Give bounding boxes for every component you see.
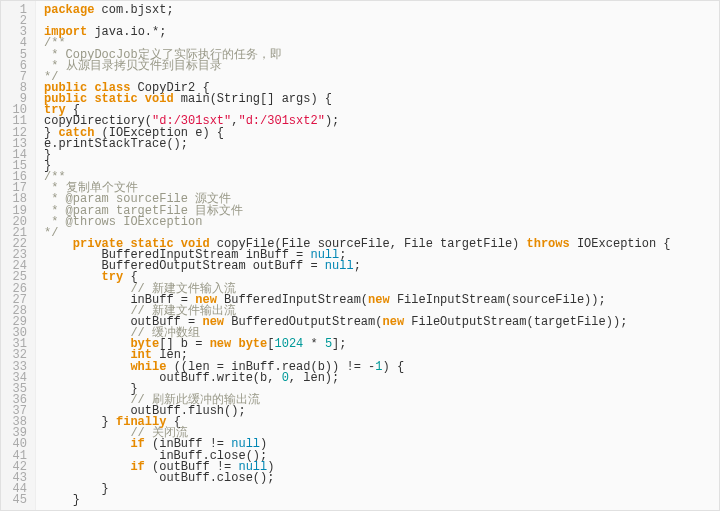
code-token: BufferedOutputStream( <box>224 315 382 329</box>
code-token: ); <box>325 114 339 128</box>
code-token: java.io.*; <box>87 25 166 39</box>
code-token: * 从源目录拷贝文件到目标目录 <box>44 59 222 73</box>
code-line: * @throws IOException <box>44 217 711 228</box>
code-line: BufferedOutputStream outBuff = null; <box>44 261 711 272</box>
code-token: byte <box>238 337 267 351</box>
code-line: } <box>44 150 711 161</box>
code-line: outBuff.write(b, 0, len); <box>44 373 711 384</box>
code-token: new <box>368 293 390 307</box>
code-token: , len); <box>289 371 339 385</box>
code-token: main(String[] args) { <box>174 92 332 106</box>
code-line: } <box>44 161 711 172</box>
code-token: new <box>382 315 404 329</box>
code-line: } <box>44 495 711 506</box>
code-token: * <box>303 337 325 351</box>
code-token: ; <box>354 259 361 273</box>
code-line: * 从源目录拷贝文件到目标目录 <box>44 61 711 72</box>
code-token: 1024 <box>274 337 303 351</box>
code-content: package com.bjsxt; import java.io.*;/** … <box>36 1 719 510</box>
code-token: new <box>202 315 224 329</box>
code-token: ]; <box>332 337 346 351</box>
code-token: } <box>44 493 80 507</box>
code-token: ) { <box>382 360 404 374</box>
code-token: package <box>44 3 94 17</box>
line-number-gutter: 1234567891011121314151617181920212223242… <box>1 1 36 510</box>
code-token: "d:/301sxt2" <box>238 114 324 128</box>
code-line: e.printStackTrace(); <box>44 139 711 150</box>
code-line: outBuff.close(); <box>44 473 711 484</box>
code-token: * @throws IOException <box>44 215 202 229</box>
code-token: FileInputStream(sourceFile)); <box>390 293 606 307</box>
code-token: e.printStackTrace(); <box>44 137 188 151</box>
code-token: throws <box>527 237 570 251</box>
code-line: public static void main(String[] args) { <box>44 94 711 105</box>
code-token: BufferedInputStream( <box>217 293 368 307</box>
code-line: } <box>44 484 711 495</box>
code-token: new <box>210 337 232 351</box>
code-line: /** <box>44 172 711 183</box>
code-block: 1234567891011121314151617181920212223242… <box>0 0 720 511</box>
code-token: 0 <box>282 371 289 385</box>
code-token: FileOutputStream(targetFile)); <box>404 315 627 329</box>
code-line: import java.io.*; <box>44 27 711 38</box>
code-token: null <box>325 259 354 273</box>
code-line: package com.bjsxt; <box>44 5 711 16</box>
code-token: IOException { <box>570 237 671 251</box>
code-token: com.bjsxt; <box>94 3 173 17</box>
line-number: 45 <box>5 495 27 506</box>
